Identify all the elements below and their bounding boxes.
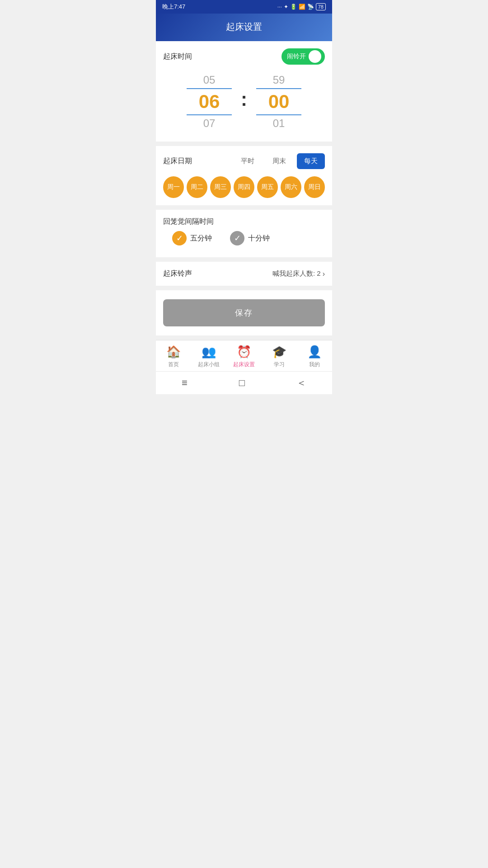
ringtone-count: 喊我起床人数: 2 — [272, 269, 321, 278]
minute-next: 01 — [273, 117, 285, 130]
snooze-label: 回笼觉间隔时间 — [163, 217, 214, 225]
alarm-time-header: 起床时间 闹铃开 — [163, 48, 325, 65]
tab-home-label: 首页 — [168, 361, 179, 368]
tab-alarm-settings[interactable]: ⏰ 起床设置 — [230, 345, 258, 368]
save-section: 保存 — [156, 290, 332, 335]
day-tuesday[interactable]: 周二 — [187, 176, 207, 198]
day-monday[interactable]: 周一 — [163, 176, 184, 198]
snooze-5min-check: ✓ — [172, 231, 187, 245]
ringtone-row: 起床铃声 喊我起床人数: 2 › — [163, 269, 325, 278]
day-wednesday[interactable]: 周三 — [210, 176, 231, 198]
tab-alarm-label: 起床设置 — [233, 361, 255, 368]
tab-group-label: 起床小组 — [198, 361, 220, 368]
toggle-label: 闹铃开 — [287, 52, 306, 61]
tab-home[interactable]: 🏠 首页 — [160, 345, 187, 368]
status-bar: 晚上7:47 ··· ✦ 🔋 📶 📡 78 — [156, 0, 332, 14]
toggle-circle — [309, 50, 321, 63]
time-colon: : — [241, 89, 247, 110]
ringtone-right[interactable]: 喊我起床人数: 2 › — [272, 269, 325, 278]
battery-level: 78 — [316, 3, 326, 10]
minute-prev: 59 — [273, 74, 285, 86]
back-icon[interactable]: ＜ — [296, 376, 306, 390]
tab-profile[interactable]: 👤 我的 — [301, 345, 328, 368]
alarm-icon: ⏰ — [237, 345, 251, 359]
tab-group[interactable]: 👥 起床小组 — [195, 345, 222, 368]
hour-current: 06 — [187, 88, 232, 115]
minute-current: 00 — [256, 88, 301, 115]
ringtone-label: 起床铃声 — [163, 269, 192, 278]
date-option-weekday[interactable]: 平时 — [234, 153, 262, 169]
tab-profile-label: 我的 — [309, 361, 320, 368]
day-sunday[interactable]: 周日 — [304, 176, 325, 198]
study-icon: 🎓 — [272, 345, 286, 359]
status-icons: ··· ✦ 🔋 📶 📡 78 — [277, 3, 326, 10]
menu-icon[interactable]: ≡ — [182, 377, 188, 389]
date-option-everyday[interactable]: 每天 — [297, 153, 325, 169]
day-saturday[interactable]: 周六 — [281, 176, 301, 198]
home-icon: 🏠 — [166, 345, 181, 359]
hour-prev: 05 — [203, 74, 216, 86]
save-button[interactable]: 保存 — [163, 299, 325, 326]
hour-column[interactable]: 05 06 07 — [187, 74, 232, 130]
profile-icon: 👤 — [307, 345, 322, 359]
main-content: 起床时间 闹铃开 05 06 07 : 59 00 01 起床日期 平 — [156, 41, 332, 340]
snooze-5min-label: 五分钟 — [190, 234, 212, 243]
date-label: 起床日期 — [163, 156, 192, 166]
status-time: 晚上7:47 — [162, 3, 185, 11]
date-header: 起床日期 平时 周末 每天 — [163, 153, 325, 169]
nav-bar: ≡ □ ＜ — [156, 371, 332, 394]
day-friday[interactable]: 周五 — [257, 176, 278, 198]
time-picker: 05 06 07 : 59 00 01 — [163, 69, 325, 134]
snooze-5min[interactable]: ✓ 五分钟 — [172, 231, 212, 245]
tab-study[interactable]: 🎓 学习 — [266, 345, 293, 368]
alarm-toggle[interactable]: 闹铃开 — [282, 48, 325, 65]
bottom-spacer — [156, 335, 332, 340]
snooze-options: ✓ 五分钟 ✓ 十分钟 — [163, 226, 325, 250]
tab-study-label: 学习 — [274, 361, 285, 368]
chevron-right-icon: › — [323, 270, 325, 278]
snooze-section: 回笼觉间隔时间 ✓ 五分钟 ✓ 十分钟 — [156, 210, 332, 257]
home-nav-icon[interactable]: □ — [239, 377, 245, 389]
group-icon: 👥 — [202, 345, 216, 359]
date-section: 起床日期 平时 周末 每天 周一 周二 周三 周四 周五 周六 周日 — [156, 146, 332, 205]
page-title: 起床设置 — [226, 22, 262, 32]
days-row: 周一 周二 周三 周四 周五 周六 周日 — [163, 176, 325, 198]
page-header: 起床设置 — [156, 14, 332, 41]
alarm-time-section: 起床时间 闹铃开 05 06 07 : 59 00 01 — [156, 41, 332, 142]
ringtone-section: 起床铃声 喊我起床人数: 2 › — [156, 262, 332, 286]
date-options: 平时 周末 每天 — [234, 153, 325, 169]
tab-bar: 🏠 首页 👥 起床小组 ⏰ 起床设置 🎓 学习 👤 我的 — [156, 340, 332, 371]
snooze-10min-label: 十分钟 — [248, 234, 270, 243]
snooze-10min-check: ✓ — [230, 231, 244, 245]
day-thursday[interactable]: 周四 — [234, 176, 254, 198]
hour-next: 07 — [203, 117, 216, 130]
alarm-time-label: 起床时间 — [163, 52, 192, 61]
date-option-weekend[interactable]: 周末 — [265, 153, 293, 169]
minute-column[interactable]: 59 00 01 — [256, 74, 301, 130]
snooze-10min[interactable]: ✓ 十分钟 — [230, 231, 270, 245]
